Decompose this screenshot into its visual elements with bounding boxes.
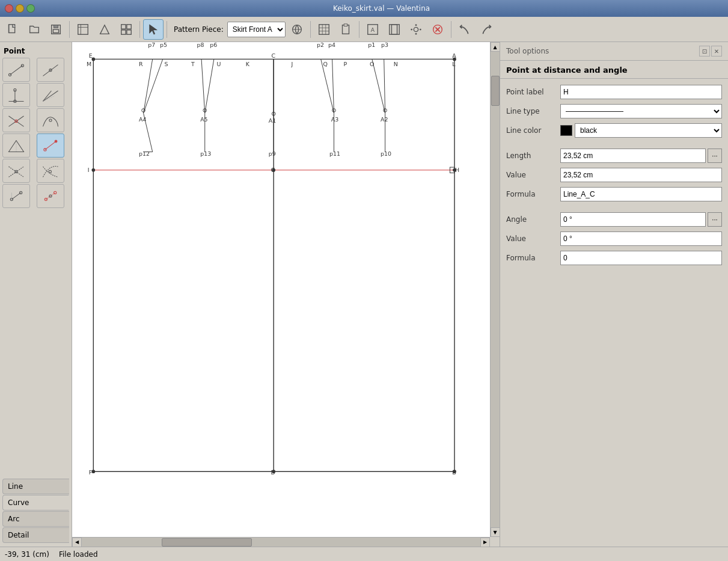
open-button[interactable] [24, 19, 44, 40]
grid-button[interactable] [314, 19, 334, 40]
panel-float-btn[interactable]: ⊡ [699, 46, 710, 57]
sidebar-section-label: Point [2, 44, 69, 57]
svg-point-143 [272, 470, 275, 473]
scroll-track-h[interactable] [82, 538, 480, 547]
svg-rect-12 [127, 29, 131, 34]
svg-text:p12: p12 [139, 150, 150, 157]
tool-spline-intersect[interactable] [37, 159, 64, 183]
svg-text:A4: A4 [139, 116, 146, 123]
layout-mode-button[interactable] [116, 19, 136, 40]
scroll-down-btn[interactable]: ▼ [491, 527, 500, 537]
angle-formula-input[interactable] [560, 251, 722, 265]
svg-line-117 [321, 59, 334, 113]
tool-bisector[interactable] [37, 83, 64, 107]
svg-point-50 [49, 119, 51, 121]
gap2 [506, 206, 722, 212]
line-color-select[interactable]: black red blue [575, 123, 722, 138]
new-button[interactable] [2, 19, 23, 40]
svg-line-125 [372, 59, 385, 113]
tool-line-intersect[interactable] [2, 159, 30, 183]
point-label-input[interactable] [560, 85, 722, 99]
angle-input[interactable] [560, 212, 706, 227]
toolbar-sep-6 [451, 21, 451, 38]
tool-line-point[interactable] [2, 58, 30, 82]
save-button[interactable] [46, 19, 66, 40]
sidebar-tab-curve[interactable]: Curve [2, 495, 69, 510]
svg-rect-9 [121, 24, 126, 28]
point-label-text: Point label [506, 88, 560, 96]
clipboard-button[interactable] [335, 19, 356, 40]
svg-text:p1: p1 [368, 42, 375, 48]
svg-marker-8 [100, 25, 109, 34]
export-button[interactable]: A [362, 19, 383, 40]
angle-dots-btn[interactable]: ··· [708, 212, 722, 227]
tool-extra1[interactable] [2, 184, 30, 208]
redo-button[interactable] [476, 19, 497, 40]
scroll-thumb-v[interactable] [491, 76, 500, 106]
window-title: Keiko_skirt.val — Valentina [40, 4, 723, 13]
line-type-select[interactable]: ———————— - - - - - - · · · · · · [560, 104, 722, 118]
line-color-row: Line color black red blue [506, 123, 722, 138]
toolbar-sep-2 [139, 21, 140, 38]
svg-point-138 [91, 168, 95, 172]
panel-close-btn[interactable]: ✕ [711, 46, 722, 57]
settings-button[interactable] [406, 19, 426, 40]
length-dots-btn[interactable]: ··· [708, 149, 722, 163]
svg-point-65 [44, 198, 47, 200]
minimize-button[interactable] [16, 4, 24, 13]
scroll-left-btn[interactable]: ◀ [72, 538, 82, 547]
svg-point-141 [91, 470, 95, 473]
svg-rect-22 [344, 23, 347, 26]
angle-value-input[interactable] [560, 231, 722, 246]
svg-text:A3: A3 [331, 116, 338, 123]
tool-extra2[interactable] [37, 184, 64, 208]
svg-line-38 [43, 65, 58, 76]
window-controls [5, 4, 35, 13]
history-button[interactable] [384, 19, 405, 40]
statusbar: -39, 31 (cm) File loaded [0, 547, 728, 561]
pattern-piece-select[interactable]: Skirt Front A [227, 22, 286, 37]
tool-intersection[interactable] [2, 108, 30, 132]
svg-text:J: J [291, 61, 293, 67]
scroll-track-v[interactable] [491, 52, 500, 527]
length-value-label: Value [506, 171, 560, 179]
svg-point-27 [414, 27, 418, 31]
toolbar-sep-4 [310, 21, 311, 38]
undo-button[interactable] [454, 19, 475, 40]
svg-line-108 [201, 59, 205, 113]
tool-triangle[interactable] [2, 133, 30, 158]
piece-mode-button[interactable] [94, 19, 115, 40]
tool-point-dist-angle[interactable] [37, 133, 64, 158]
svg-line-109 [205, 59, 214, 113]
svg-point-142 [453, 470, 456, 473]
draft-mode-button[interactable] [73, 19, 93, 40]
length-input[interactable] [560, 149, 706, 163]
length-formula-row: Formula [506, 187, 722, 201]
tool-curve-point[interactable] [37, 108, 64, 132]
scroll-thumb-h[interactable] [162, 538, 252, 547]
svg-text:p9: p9 [269, 150, 276, 157]
tool-normal[interactable] [2, 83, 30, 107]
tool-along-line[interactable] [37, 58, 64, 82]
horizontal-scrollbar[interactable]: ◀ ▶ [72, 537, 490, 547]
arrow-tool-button[interactable] [143, 19, 164, 40]
sidebar-tab-detail[interactable]: Detail [2, 527, 69, 543]
pattern-piece-action[interactable] [287, 19, 307, 40]
close-button[interactable] [5, 4, 13, 13]
scroll-up-btn[interactable]: ▲ [491, 42, 500, 52]
drawing-canvas[interactable]: E M R S T U K C J Q P O N A L I G H F D [72, 42, 490, 537]
svg-text:U: U [217, 61, 221, 67]
maximize-button[interactable] [26, 4, 35, 13]
vertical-scrollbar[interactable]: ▲ ▼ [490, 42, 500, 537]
right-panel: Tool options ⊡ ✕ Point at distance and a… [500, 42, 728, 547]
scroll-right-btn[interactable]: ▶ [480, 538, 490, 547]
svg-text:F: F [89, 469, 92, 476]
svg-text:p7: p7 [148, 42, 155, 48]
length-formula-input[interactable] [560, 187, 722, 201]
sidebar-tab-arc[interactable]: Arc [2, 511, 69, 527]
canvas-area[interactable]: E M R S T U K C J Q P O N A L I G H F D [72, 42, 500, 547]
line-type-row: Line type ———————— - - - - - - · · · · ·… [506, 104, 722, 118]
length-value-input[interactable] [560, 168, 722, 182]
close-tool-button[interactable] [427, 19, 448, 40]
sidebar-tab-line[interactable]: Line [2, 479, 69, 494]
